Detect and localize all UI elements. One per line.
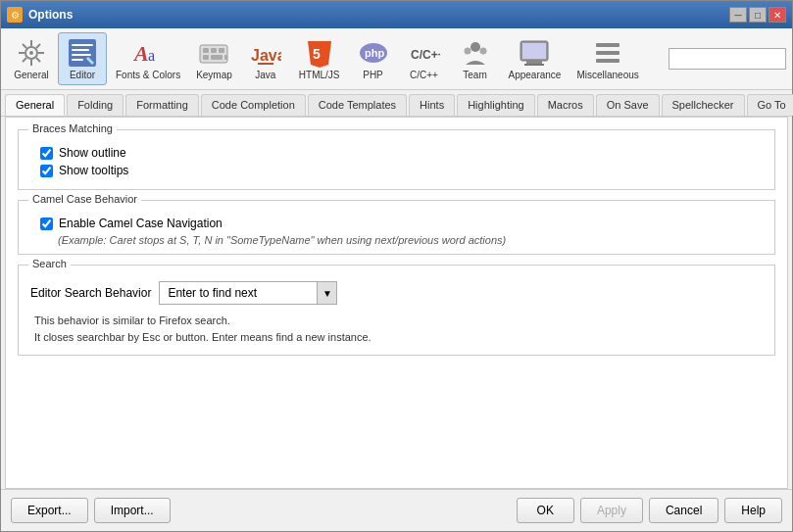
svg-rect-22 [203,55,209,60]
apply-button[interactable]: Apply [580,498,643,523]
tab-general[interactable]: General [5,94,65,116]
svg-line-7 [36,58,40,62]
svg-rect-40 [596,51,620,55]
enable-camel-row: Enable Camel Case Navigation [40,217,763,230]
enable-camel-label: Enable Camel Case Navigation [59,217,223,230]
svg-text:php: php [365,47,384,59]
tabs-bar: General Folding Formatting Code Completi… [1,90,792,117]
toolbar-java[interactable]: Java Java [241,32,290,85]
hint-line2: It closes searchbar by Esc or button. En… [34,331,372,343]
tab-highlighting[interactable]: Highlighting [457,94,534,116]
content-area: Braces Matching Show outline Show toolti… [5,117,788,489]
toolbar-php[interactable]: php PHP [349,32,398,85]
options-window: ⚙ Options ─ □ ✕ [0,0,793,532]
tab-formatting[interactable]: Formatting [125,94,199,116]
svg-line-6 [23,44,26,48]
svg-rect-26 [258,63,273,65]
behavior-select-wrapper[interactable]: Enter to find next ▼ [159,281,337,305]
toolbar-cpp[interactable]: C/C++ C/C++ [400,32,449,85]
close-button[interactable]: ✕ [768,7,786,23]
svg-rect-19 [203,48,209,53]
misc-icon [592,37,623,69]
behavior-select-display: Enter to find next [160,283,317,303]
search-section: Search Editor Search Behavior Enter to f… [18,265,775,356]
show-tooltips-checkbox[interactable] [40,165,53,177]
tab-spellchecker[interactable]: Spellchecker [662,94,745,116]
keymap-icon [198,37,229,69]
minimize-button[interactable]: ─ [729,7,747,23]
java-icon: Java [250,37,281,69]
cpp-icon: C/C++ [409,37,440,69]
toolbar-fonts-label: Fonts & Colors [116,70,180,80]
svg-rect-39 [596,43,620,47]
title-bar: ⚙ Options ─ □ ✕ [1,1,792,28]
toolbar-keymap[interactable]: Keymap [189,32,239,85]
general-icon [16,37,47,69]
camel-section: Camel Case Behavior Enable Camel Case Na… [18,200,775,255]
toolbar-team-label: Team [463,70,486,80]
tab-folding[interactable]: Folding [67,94,124,116]
svg-rect-12 [72,49,89,51]
camel-example: (Example: Caret stops at S, T, N in "Som… [58,234,763,246]
tab-on-save[interactable]: On Save [596,94,660,116]
svg-rect-13 [72,54,91,56]
svg-line-9 [23,58,26,62]
svg-text:A: A [132,41,149,66]
search-bar [669,48,786,70]
import-button[interactable]: Import... [94,498,171,523]
ok-button[interactable]: OK [517,498,574,523]
svg-rect-37 [526,61,542,64]
behavior-label: Editor Search Behavior [30,286,151,300]
tab-goto[interactable]: Go To [747,94,794,116]
behavior-row: Editor Search Behavior Enter to find nex… [30,281,763,305]
toolbar-fonts[interactable]: A a Fonts & Colors [109,32,187,85]
svg-rect-36 [522,43,546,59]
cancel-button[interactable]: Cancel [649,498,719,523]
toolbar-html[interactable]: 5 HTML/JS [292,32,347,85]
footer-right: OK Apply Cancel Help [517,498,782,523]
footer-left: Export... Import... [11,498,171,523]
tab-code-templates[interactable]: Code Templates [308,94,407,116]
show-outline-checkbox[interactable] [40,147,53,160]
svg-point-33 [464,48,471,55]
toolbar-general[interactable]: General [7,32,56,85]
title-bar-left: ⚙ Options [7,7,73,23]
toolbar-keymap-label: Keymap [196,70,232,80]
svg-rect-21 [219,48,224,53]
toolbar-editor[interactable]: Editor [58,32,107,85]
html-icon: 5 [304,37,335,69]
window-title: Options [28,8,73,22]
enable-camel-checkbox[interactable] [40,218,53,230]
behavior-select-arrow[interactable]: ▼ [317,282,336,304]
svg-point-34 [479,48,486,55]
svg-line-8 [36,44,40,48]
footer: Export... Import... OK Apply Cancel Help [1,489,792,531]
tab-macros[interactable]: Macros [537,94,594,116]
fonts-icon: A a [132,37,164,69]
show-outline-label: Show outline [59,146,126,160]
camel-section-label: Camel Case Behavior [28,193,141,205]
show-tooltips-label: Show tooltips [59,164,128,177]
toolbar-general-label: General [14,70,49,80]
svg-rect-24 [224,55,227,60]
toolbar-misc[interactable]: Miscellaneous [570,32,645,85]
svg-rect-14 [72,59,83,61]
tab-hints[interactable]: Hints [409,94,455,116]
editor-icon [67,37,98,69]
svg-text:C/C++: C/C++ [411,48,440,62]
svg-text:Java: Java [251,47,281,64]
maximize-button[interactable]: □ [749,7,767,23]
team-icon [460,37,491,69]
tab-code-completion[interactable]: Code Completion [201,94,306,116]
toolbar-team[interactable]: Team [451,32,500,85]
help-button[interactable]: Help [724,498,782,523]
svg-rect-11 [72,44,93,46]
toolbar-appearance-label: Appearance [509,70,562,80]
search-input[interactable] [669,48,786,70]
toolbar-misc-label: Miscellaneous [576,70,638,80]
search-section-label: Search [28,258,71,269]
toolbar-appearance[interactable]: Appearance [502,32,569,85]
toolbar-php-label: PHP [363,70,383,80]
svg-rect-18 [200,45,227,63]
export-button[interactable]: Export... [11,498,88,523]
